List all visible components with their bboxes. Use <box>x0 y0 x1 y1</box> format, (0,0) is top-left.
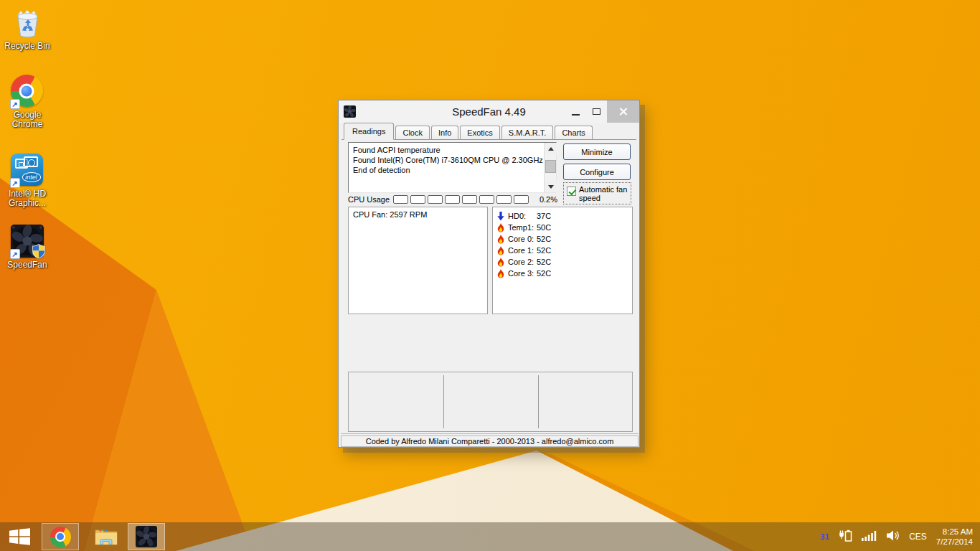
tab-exotics[interactable]: Exotics <box>460 126 499 139</box>
divider-line <box>341 433 639 434</box>
arrow-up-icon <box>548 147 554 151</box>
chrome-icon <box>50 527 71 547</box>
desktop-icon-speedfan[interactable]: ↗ SpeedFan <box>0 225 55 270</box>
intel-hd-icon: intel ↗ <box>11 154 44 187</box>
speedfan-icon: ↗ <box>11 225 44 258</box>
close-icon <box>618 107 628 116</box>
minimize-button[interactable]: Minimize <box>563 143 631 160</box>
log-scrollbar[interactable] <box>544 143 556 192</box>
cpu-usage-cell <box>428 195 443 204</box>
speedfan-tray-icon[interactable]: 31 <box>820 532 829 542</box>
taskbar-explorer-button[interactable] <box>88 523 125 550</box>
tab-info[interactable]: Info <box>431 126 458 139</box>
system-tray: 31 <box>820 527 980 547</box>
down-arrow-icon <box>496 212 505 221</box>
cpu-fan-reading: CPU Fan: 2597 RPM <box>353 210 483 219</box>
maximize-icon <box>593 108 600 115</box>
cpu-usage-label: CPU Usage <box>348 195 390 204</box>
maximize-window-button[interactable] <box>586 100 607 123</box>
shortcut-arrow-icon: ↗ <box>10 249 20 259</box>
volume-icon[interactable] <box>887 530 900 544</box>
close-window-button[interactable] <box>607 100 639 123</box>
taskbar-clock[interactable]: 8:25 AM 7/27/2014 <box>936 527 973 547</box>
temp-row[interactable]: Core 3:52C <box>496 268 628 279</box>
clock-time: 8:25 AM <box>936 527 973 537</box>
scrollbar-thumb[interactable] <box>545 160 556 173</box>
status-bar: Coded by Alfredo Milani Comparetti - 200… <box>341 435 639 447</box>
credits-text: Coded by Alfredo Milani Comparetti - 200… <box>366 437 614 446</box>
detection-log[interactable]: Found ACPI temperature Found Intel(R) Co… <box>348 142 557 193</box>
tab-bar: Readings Clock Info Exotics S.M.A.R.T. C… <box>341 124 636 140</box>
desktop-icon-recycle-bin[interactable]: Recycle Bin <box>0 6 55 51</box>
automatic-fan-speed-checkbox[interactable] <box>567 187 576 196</box>
language-indicator[interactable]: CES <box>909 532 927 542</box>
minimize-icon <box>572 114 580 116</box>
taskbar-chrome-button[interactable] <box>42 523 79 550</box>
speedfan-icon <box>136 526 157 547</box>
log-line: End of detection <box>353 165 552 175</box>
start-button[interactable] <box>0 522 39 551</box>
temp-row[interactable]: Core 0:52C <box>496 233 628 245</box>
recycle-bin-icon <box>11 6 44 39</box>
configure-button[interactable]: Configure <box>563 164 631 180</box>
title-bar[interactable]: SpeedFan 4.49 <box>339 100 639 123</box>
cpu-usage-cell <box>514 195 529 204</box>
cpu-usage-cell <box>496 195 512 204</box>
intel-logo: intel <box>22 172 41 182</box>
tab-smart[interactable]: S.M.A.R.T. <box>501 126 554 139</box>
cpu-usage-row: CPU Usage 0.2% <box>348 194 557 204</box>
temp-row[interactable]: Temp1:50C <box>496 222 628 233</box>
cpu-usage-cell <box>445 195 460 204</box>
cpu-usage-cell <box>393 195 408 204</box>
chrome-icon: ↗ <box>11 75 44 108</box>
speedfan-window: SpeedFan 4.49 Readings Clock Info Exotic… <box>338 100 640 448</box>
shortcut-arrow-icon: ↗ <box>10 178 20 188</box>
panel-divider <box>538 375 539 428</box>
flame-icon <box>496 223 505 232</box>
desktop-icon-label: Intel® HD Graphic... <box>0 189 55 208</box>
scroll-up-button[interactable] <box>545 143 557 154</box>
automatic-fan-speed-group: Automatic fan speed <box>563 182 631 204</box>
network-signal-icon[interactable] <box>862 530 877 544</box>
log-line: Found ACPI temperature <box>353 145 552 155</box>
cpu-usage-meter <box>393 195 537 204</box>
desktop-icon-intel-hd[interactable]: intel ↗ Intel® HD Graphic... <box>0 154 55 208</box>
cpu-usage-cell <box>410 195 425 204</box>
cpu-usage-cell <box>479 195 494 204</box>
taskbar: 31 <box>0 522 980 551</box>
desktop: Recycle Bin ↗ Google Chrome intel ↗ Inte… <box>0 0 980 551</box>
speed-controls-panel <box>348 372 633 432</box>
tab-charts[interactable]: Charts <box>555 126 592 139</box>
minimize-window-button[interactable] <box>565 100 586 123</box>
desktop-icon-label: Google Chrome <box>0 110 55 129</box>
temp-row[interactable]: HD0:37C <box>496 210 628 222</box>
windows-logo-icon <box>9 528 30 545</box>
desktop-icon-chrome[interactable]: ↗ Google Chrome <box>0 75 55 129</box>
temp-row[interactable]: Core 2:52C <box>496 256 628 268</box>
file-explorer-icon <box>95 527 118 546</box>
tab-readings[interactable]: Readings <box>344 123 394 140</box>
fan-readings-panel: CPU Fan: 2597 RPM <box>348 207 488 314</box>
power-icon[interactable] <box>839 529 852 545</box>
uac-shield-icon <box>32 243 46 259</box>
flame-icon <box>496 269 505 278</box>
flame-icon <box>496 246 505 255</box>
cpu-usage-value: 0.2% <box>540 195 557 204</box>
automatic-fan-speed-label: Automatic fan speed <box>579 185 629 202</box>
desktop-icon-label: SpeedFan <box>7 260 47 270</box>
taskbar-speedfan-button[interactable] <box>128 523 165 550</box>
scroll-down-button[interactable] <box>545 181 557 192</box>
arrow-down-icon <box>548 185 554 189</box>
panel-divider <box>443 375 444 428</box>
desktop-icon-label: Recycle Bin <box>4 42 50 51</box>
log-line: Found Intel(R) Core(TM) i7-3610QM CPU @ … <box>353 155 552 165</box>
tab-clock[interactable]: Clock <box>395 126 430 139</box>
flame-icon <box>496 235 505 244</box>
shortcut-arrow-icon: ↗ <box>10 99 20 109</box>
temperature-panel: HD0:37C Temp1:50C Core 0:52C Core 1:52C … <box>492 207 633 314</box>
temp-row[interactable]: Core 1:52C <box>496 245 628 256</box>
flame-icon <box>496 258 505 267</box>
clock-date: 7/27/2014 <box>936 537 973 547</box>
cpu-usage-cell <box>462 195 477 204</box>
